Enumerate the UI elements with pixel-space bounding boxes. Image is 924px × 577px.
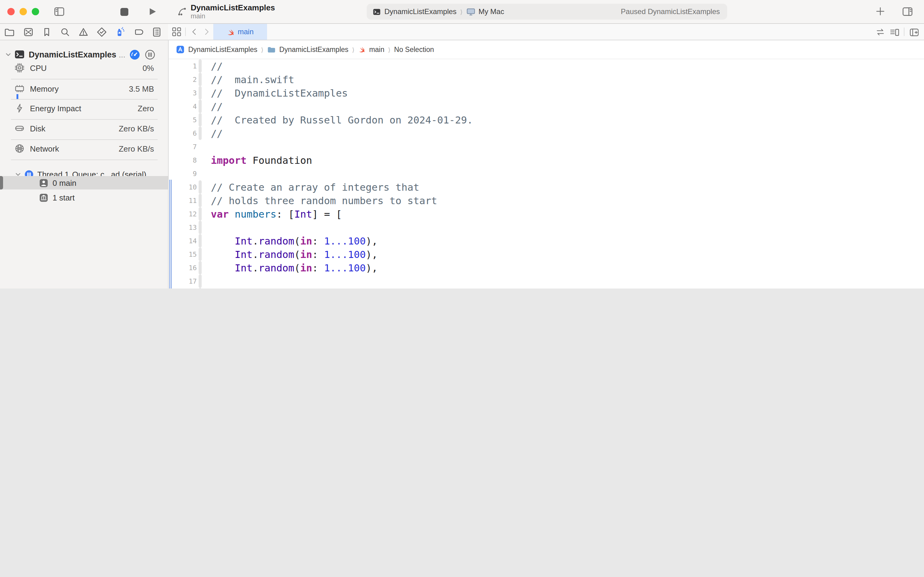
toggle-right-sidebar-icon[interactable] [902, 6, 913, 17]
code-text: // holds three random numbers to start [202, 195, 437, 206]
gauge-value: 3.5 MB [129, 84, 154, 93]
project-navigator-icon[interactable] [4, 27, 14, 37]
code-line[interactable]: 11// holds three random numbers to start [169, 194, 924, 207]
gauge-value: 0% [142, 63, 154, 73]
code-line[interactable]: 4// [169, 100, 924, 113]
frame-label: 0 main [53, 178, 76, 187]
code-line[interactable]: 6// [169, 127, 924, 140]
chevron-down-icon[interactable] [5, 51, 11, 58]
change-strip [199, 86, 202, 100]
forward-chevron-icon[interactable] [202, 27, 211, 36]
line-number[interactable]: 6 [169, 129, 197, 137]
jump-bar-project[interactable]: DynamicListExamples [188, 46, 257, 53]
run-button[interactable] [148, 7, 157, 16]
line-number[interactable]: 15 [169, 250, 197, 258]
tests-icon[interactable] [97, 27, 107, 37]
line-number[interactable]: 8 [169, 156, 197, 164]
debug-icon[interactable] [115, 27, 125, 37]
minimize-window-button[interactable] [19, 8, 27, 15]
source-control-icon[interactable] [23, 27, 34, 37]
xcode-window: DynamicListExamples main DynamicListExam… [0, 0, 924, 288]
line-number[interactable]: 1 [169, 62, 197, 70]
gauge-row-cpu[interactable]: CPU0% [0, 61, 168, 74]
code-line[interactable]: 16 Int.random(in: 1...100), [169, 261, 924, 274]
code-line[interactable]: 17 [169, 274, 924, 288]
toggle-left-sidebar-icon[interactable] [54, 6, 65, 17]
stop-button[interactable] [121, 8, 128, 16]
line-number[interactable]: 10 [169, 183, 197, 191]
folder-icon [267, 45, 275, 54]
line-number[interactable]: 2 [169, 76, 197, 84]
gauge-row-memory[interactable]: Memory3.5 MB [0, 82, 168, 95]
process-name: DynamicListExamples [29, 50, 116, 59]
code-line[interactable]: 9 [169, 167, 924, 180]
gauge-badge-icon[interactable] [130, 49, 140, 60]
stack-frame-row[interactable]: 1 start [0, 191, 168, 204]
close-window-button[interactable] [7, 8, 14, 15]
code-line[interactable]: 15 Int.random(in: 1...100), [169, 248, 924, 261]
gauge-row-network[interactable]: NetworkZero KB/s [0, 142, 168, 155]
divider [11, 159, 158, 160]
find-icon[interactable] [60, 27, 70, 37]
my-mac-icon [466, 8, 475, 16]
change-strip [199, 153, 202, 167]
process-row[interactable]: DynamicListExamples ... [0, 48, 168, 61]
code-line[interactable]: 12var numbers: [Int] = [ [169, 207, 924, 221]
change-strip [199, 194, 202, 207]
line-number[interactable]: 9 [169, 169, 197, 177]
code-line[interactable]: 13 [169, 221, 924, 234]
divider [904, 27, 905, 36]
jump-bar-selection[interactable]: No Selection [394, 46, 434, 53]
code-line[interactable]: 10// Create an array of integers that [169, 180, 924, 194]
line-number[interactable]: 5 [169, 116, 197, 124]
add-editor-icon[interactable] [910, 27, 919, 37]
cpu-icon [14, 63, 24, 73]
code-line[interactable]: 7 [169, 140, 924, 153]
code-line[interactable]: 2// main.swift [169, 73, 924, 86]
issues-icon[interactable] [78, 27, 89, 37]
code-line[interactable]: 8import Foundation [169, 153, 924, 167]
line-number[interactable]: 14 [169, 237, 197, 245]
line-number[interactable]: 3 [169, 89, 197, 97]
gauge-row-disk[interactable]: DiskZero KB/s [0, 122, 168, 135]
source-editor[interactable]: 1//2// main.swift3// DynamicListExamples… [169, 59, 924, 288]
related-items-icon[interactable] [172, 27, 182, 37]
divider [11, 119, 158, 119]
code-text: // Created by Russell Gordon on 2024-01-… [202, 114, 473, 126]
jump-bar-group[interactable]: DynamicListExamples [279, 46, 348, 53]
code-line[interactable]: 3// DynamicListExamples [169, 86, 924, 100]
code-lines: 1//2// main.swift3// DynamicListExamples… [169, 59, 924, 288]
back-chevron-icon[interactable] [190, 27, 199, 36]
line-number[interactable]: 7 [169, 143, 197, 151]
line-number[interactable]: 17 [169, 277, 197, 285]
line-number[interactable]: 13 [169, 223, 197, 231]
change-strip [199, 167, 202, 180]
line-number[interactable]: 11 [169, 197, 197, 205]
add-button[interactable] [875, 6, 885, 16]
jump-bar[interactable]: DynamicListExamples ⟩ DynamicListExample… [169, 40, 924, 59]
line-number[interactable]: 12 [169, 210, 197, 218]
breakpoints-icon[interactable] [134, 27, 144, 37]
navigator-drag-handle[interactable] [0, 176, 3, 190]
line-number[interactable]: 4 [169, 102, 197, 110]
code-line[interactable]: 1// [169, 59, 924, 73]
change-strip [199, 248, 202, 261]
scheme-selector[interactable]: DynamicListExamples ⟩ My Mac Paused Dyna… [367, 4, 727, 19]
bookmarks-icon[interactable] [42, 27, 52, 37]
line-number[interactable]: 16 [169, 264, 197, 272]
gauge-row-energy-impact[interactable]: Energy ImpactZero [0, 102, 168, 115]
code-review-icon[interactable] [876, 27, 885, 37]
network-icon [14, 143, 24, 153]
tab-main[interactable]: main [213, 24, 267, 40]
editor-options-icon[interactable] [890, 27, 900, 37]
stack-frame-row[interactable]: 0 main [0, 176, 168, 190]
zoom-window-button[interactable] [32, 8, 39, 15]
chevron-separator: ⟩ [348, 46, 358, 53]
thread-view-mode-icon[interactable] [145, 49, 155, 60]
code-line[interactable]: 18] [169, 288, 924, 288]
code-line[interactable]: 14 Int.random(in: 1...100), [169, 234, 924, 248]
window-title: DynamicListExamples [191, 3, 275, 12]
code-line[interactable]: 5// Created by Russell Gordon on 2024-01… [169, 113, 924, 127]
jump-bar-file[interactable]: main [369, 46, 385, 53]
reports-icon[interactable] [151, 27, 162, 37]
